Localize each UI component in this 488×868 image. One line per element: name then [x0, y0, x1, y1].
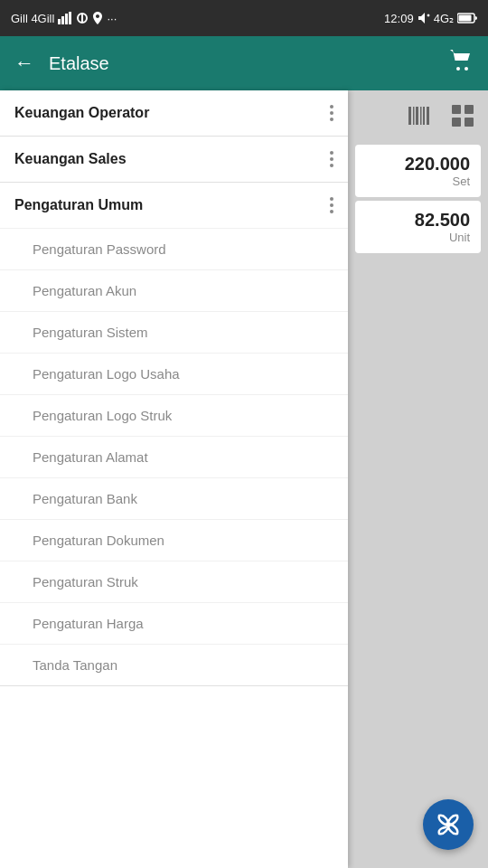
- svg-point-11: [465, 67, 468, 71]
- dots-status: ···: [107, 12, 117, 25]
- back-button[interactable]: ←: [14, 52, 34, 75]
- fab-button[interactable]: [423, 799, 474, 850]
- page-title: Etalase: [49, 53, 448, 74]
- menu-item-pengaturan-dokumen[interactable]: Pengaturan Dokumen: [0, 519, 348, 561]
- menu-section-pengaturan-umum: Pengaturan Umum Pengaturan Password Peng…: [0, 183, 348, 686]
- product-card-1[interactable]: 82.500 Unit: [355, 201, 481, 253]
- menu-section-keuangan-sales: Keuangan Sales: [0, 137, 348, 183]
- network-4g2: 4G₂: [434, 12, 454, 25]
- pengaturan-umum-header[interactable]: Pengaturan Umum: [0, 183, 348, 228]
- menu-item-pengaturan-harga[interactable]: Pengaturan Harga: [0, 602, 348, 644]
- barcode-icon: [407, 103, 432, 128]
- product-price-1: 82.500: [415, 210, 470, 231]
- keuangan-operator-label: Keuangan Operator: [14, 105, 149, 121]
- svg-rect-0: [58, 19, 61, 24]
- svg-rect-2: [65, 14, 68, 24]
- menu-item-pengaturan-akun[interactable]: Pengaturan Akun: [0, 269, 348, 311]
- menu-item-pengaturan-struk[interactable]: Pengaturan Struk: [0, 561, 348, 602]
- right-toolbar: [348, 90, 488, 141]
- keuangan-sales-label: Keuangan Sales: [14, 151, 127, 167]
- sidebar: Keuangan Operator Keuangan Sales: [0, 90, 348, 868]
- status-bar: Gill 4Gill ··· 12:09 4G₂: [0, 0, 488, 36]
- battery-icon: [457, 13, 477, 24]
- propeller-icon: [434, 810, 463, 839]
- right-panel: 220.000 Set 82.500 Unit: [348, 90, 488, 868]
- more-options-icon[interactable]: [330, 197, 333, 213]
- more-options-icon[interactable]: [330, 151, 333, 167]
- svg-rect-3: [69, 12, 71, 24]
- svg-rect-19: [465, 105, 474, 114]
- svg-rect-12: [408, 107, 411, 125]
- barcode-view-button[interactable]: [401, 98, 437, 134]
- svg-rect-15: [420, 107, 422, 125]
- svg-rect-16: [423, 107, 425, 125]
- product-price-0: 220.000: [405, 154, 470, 175]
- product-unit-1: Unit: [449, 231, 470, 244]
- svg-rect-18: [452, 105, 461, 114]
- product-card-0[interactable]: 220.000 Set: [355, 145, 481, 197]
- main-content: Keuangan Operator Keuangan Sales: [0, 90, 488, 868]
- product-unit-0: Set: [452, 175, 470, 188]
- usb-icon: [76, 12, 89, 24]
- svg-point-10: [456, 67, 460, 71]
- menu-item-pengaturan-logo-struk[interactable]: Pengaturan Logo Struk: [0, 394, 348, 436]
- keuangan-operator-header[interactable]: Keuangan Operator: [0, 90, 348, 136]
- cart-button[interactable]: [448, 48, 474, 79]
- product-cards: 220.000 Set 82.500 Unit: [348, 141, 488, 257]
- menu-item-tanda-tangan[interactable]: Tanda Tangan: [0, 644, 348, 685]
- keuangan-sales-header[interactable]: Keuangan Sales: [0, 137, 348, 182]
- svg-rect-20: [452, 118, 461, 127]
- menu-item-pengaturan-bank[interactable]: Pengaturan Bank: [0, 477, 348, 519]
- location-icon: [92, 12, 103, 24]
- signal-icon: [58, 12, 72, 24]
- menu-section-keuangan-operator: Keuangan Operator: [0, 90, 348, 137]
- pengaturan-umum-label: Pengaturan Umum: [14, 197, 143, 213]
- svg-rect-14: [416, 107, 418, 125]
- menu-item-pengaturan-sistem[interactable]: Pengaturan Sistem: [0, 311, 348, 353]
- svg-rect-1: [61, 16, 64, 24]
- menu-item-pengaturan-logo-usaha[interactable]: Pengaturan Logo Usaha: [0, 353, 348, 394]
- svg-rect-9: [459, 15, 472, 22]
- time-text: 12:09: [384, 12, 414, 25]
- cart-icon: [448, 48, 474, 73]
- more-options-icon[interactable]: [330, 105, 333, 121]
- grid-icon: [450, 103, 475, 128]
- menu-item-pengaturan-password[interactable]: Pengaturan Password: [0, 228, 348, 269]
- svg-rect-13: [413, 107, 415, 125]
- menu-item-pengaturan-alamat[interactable]: Pengaturan Alamat: [0, 436, 348, 477]
- grid-view-button[interactable]: [445, 98, 481, 134]
- status-left: Gill 4Gill ···: [11, 12, 117, 25]
- svg-rect-17: [427, 107, 429, 125]
- svg-rect-21: [465, 118, 474, 127]
- carrier-text: Gill 4Gill: [11, 12, 54, 25]
- header: ← Etalase: [0, 36, 488, 90]
- mute-icon: [418, 12, 430, 24]
- status-right: 12:09 4G₂: [384, 12, 477, 25]
